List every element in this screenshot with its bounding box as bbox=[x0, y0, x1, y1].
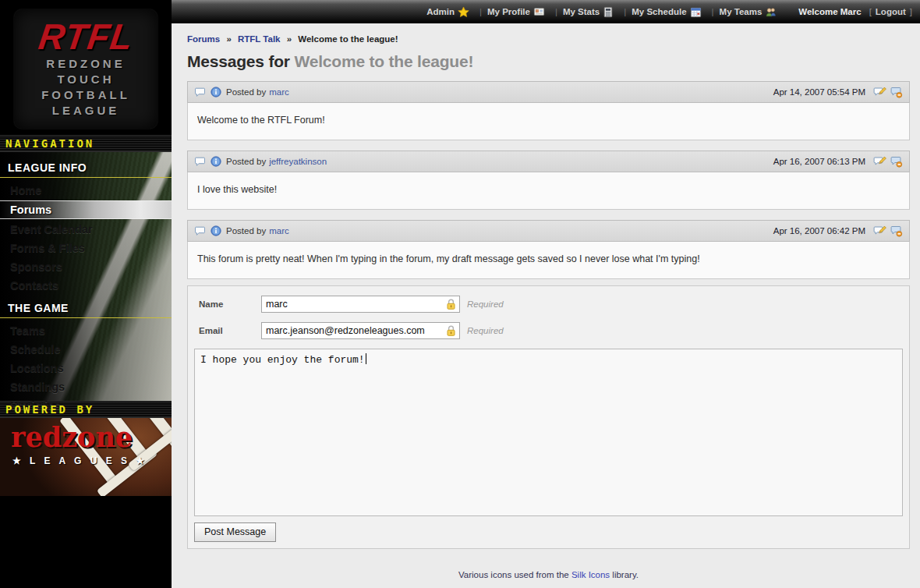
sidebar: RTFL REDZONE TOUCH FOOTBALL LEAGUE NAVIG… bbox=[0, 0, 172, 588]
calculator-icon bbox=[603, 6, 614, 18]
topbar-separator: | bbox=[712, 7, 714, 16]
topbar-separator: | bbox=[555, 7, 557, 16]
topbar-item-label: My Stats bbox=[563, 7, 600, 16]
information-icon bbox=[211, 87, 221, 97]
footer-text: Various icons used from the bbox=[458, 570, 571, 579]
required-label: Required bbox=[467, 299, 504, 309]
delete-message-icon[interactable] bbox=[890, 225, 903, 237]
league-logo-line: FOOTBALL bbox=[14, 87, 157, 103]
league-logo-line: REDZONE bbox=[14, 56, 157, 72]
message-date: Apr 16, 2007 06:42 PM bbox=[773, 226, 865, 236]
league-logo[interactable]: RTFL REDZONE TOUCH FOOTBALL LEAGUE bbox=[14, 9, 157, 129]
welcome-user-label: Welcome Marc bbox=[798, 7, 861, 16]
logout-bracket: ] bbox=[910, 7, 912, 16]
section-header-league-info: LEAGUE INFO bbox=[0, 160, 172, 178]
topbar-item-my-profile[interactable]: My Profile bbox=[487, 6, 550, 17]
email-label: Email bbox=[199, 326, 261, 335]
star-icon bbox=[458, 6, 469, 18]
calendar-icon bbox=[690, 6, 702, 18]
email-input[interactable] bbox=[261, 322, 460, 339]
section-header-the-game: THE GAME bbox=[0, 300, 172, 318]
league-info-list: Home Forums Event Calendar Forms & Files… bbox=[0, 178, 172, 294]
sidebar-item-standings[interactable]: Standings bbox=[0, 378, 172, 395]
message-body: I love this website! bbox=[187, 172, 910, 210]
sidebar-item-locations[interactable]: Locations bbox=[0, 360, 172, 377]
sidebar-item-contacts[interactable]: Contacts bbox=[0, 277, 172, 294]
redzone-logo-title: redzone bbox=[11, 423, 133, 452]
post-message-button[interactable]: Post Message bbox=[194, 522, 276, 542]
topbar-item-my-teams[interactable]: My Teams bbox=[720, 6, 782, 18]
information-icon bbox=[211, 225, 221, 236]
author-link[interactable]: marc bbox=[269, 226, 289, 236]
information-icon bbox=[211, 156, 221, 167]
topbar-item-my-schedule[interactable]: My Schedule bbox=[632, 6, 706, 18]
group-icon bbox=[765, 6, 777, 18]
edit-message-icon[interactable] bbox=[873, 155, 886, 168]
logout-link[interactable]: Logout bbox=[876, 7, 906, 16]
breadcrumb-link-forums[interactable]: Forums bbox=[187, 34, 220, 44]
forum-message: Posted by marc Apr 14, 2007 05:54 PM Wel… bbox=[187, 81, 910, 140]
message-textarea[interactable]: I hope you enjoy the forum! bbox=[194, 349, 903, 516]
delete-message-icon[interactable] bbox=[890, 86, 903, 98]
logout-bracket: [ bbox=[869, 7, 872, 16]
sidebar-item-teams[interactable]: Teams bbox=[0, 322, 172, 339]
message-body: Welcome to the RTFL Forum! bbox=[187, 103, 910, 140]
name-input-wrap bbox=[261, 296, 460, 313]
name-label: Name bbox=[199, 299, 261, 309]
message-header: Posted by marc Apr 14, 2007 05:54 PM bbox=[187, 81, 910, 103]
name-input[interactable] bbox=[261, 296, 460, 313]
post-message-form: Name Required Email Required I hope you … bbox=[187, 285, 910, 549]
sidebar-item-sponsors[interactable]: Sponsors bbox=[0, 258, 172, 275]
the-game-list: Teams Schedule Locations Standings Stati… bbox=[0, 318, 172, 414]
delete-message-icon[interactable] bbox=[890, 155, 903, 168]
topbar-item-label: Admin bbox=[426, 7, 455, 16]
name-row: Name Required bbox=[199, 296, 903, 313]
topbar-separator: | bbox=[624, 7, 626, 16]
email-input-wrap bbox=[261, 322, 460, 339]
breadcrumb: Forums » RTFL Talk » Welcome to the leag… bbox=[187, 34, 910, 44]
message-header: Posted by jeffreyatkinson Apr 16, 2007 0… bbox=[187, 151, 910, 172]
topbar-item-my-stats[interactable]: My Stats bbox=[563, 6, 618, 18]
sidebar-item-forums[interactable]: Forums bbox=[0, 200, 172, 219]
page-title: Messages for Welcome to the league! bbox=[187, 52, 910, 71]
message-header: Posted by marc Apr 16, 2007 06:42 PM bbox=[187, 220, 910, 242]
sidebar-item-forms-files[interactable]: Forms & Files bbox=[0, 239, 172, 257]
posted-by-label: Posted by bbox=[226, 87, 266, 97]
breadcrumb-current: Welcome to the league! bbox=[298, 34, 398, 44]
message-body: This forum is pretty neat! When I'm typi… bbox=[187, 242, 910, 279]
page-footer: Various icons used from the Silk Icons l… bbox=[187, 565, 910, 588]
league-logo-line: LEAGUE bbox=[14, 103, 157, 119]
message-date: Apr 16, 2007 06:13 PM bbox=[773, 157, 865, 166]
email-row: Email Required bbox=[199, 322, 903, 339]
sidebar-item-schedule[interactable]: Schedule bbox=[0, 341, 172, 358]
edit-message-icon[interactable] bbox=[873, 225, 886, 237]
message-date: Apr 14, 2007 05:54 PM bbox=[773, 87, 865, 97]
silk-icons-link[interactable]: Silk Icons bbox=[571, 570, 610, 579]
comment-icon bbox=[194, 225, 206, 236]
author-link[interactable]: jeffreyatkinson bbox=[269, 157, 327, 166]
league-logo-title: RTFL bbox=[36, 17, 136, 56]
message-textarea-value: I hope you enjoy the forum! bbox=[200, 354, 365, 366]
main-content: Forums » RTFL Talk » Welcome to the leag… bbox=[172, 23, 920, 588]
page-title-prefix: Messages for bbox=[187, 52, 294, 70]
powered-by-banner: POWERED BY bbox=[0, 401, 172, 418]
redzone-leagues-logo[interactable]: redzone ★ L E A G U E S ★ bbox=[0, 418, 172, 496]
text-caret bbox=[366, 353, 366, 364]
sidebar-nav: LEAGUE INFO Home Forums Event Calendar F… bbox=[0, 152, 172, 401]
comment-icon bbox=[194, 156, 206, 167]
forum-message: Posted by marc Apr 16, 2007 06:42 PM Thi… bbox=[187, 220, 910, 279]
sidebar-item-home[interactable]: Home bbox=[0, 182, 172, 199]
edit-message-icon[interactable] bbox=[873, 86, 886, 98]
breadcrumb-link-rtfl-talk[interactable]: RTFL Talk bbox=[238, 34, 281, 44]
topbar-item-label: My Profile bbox=[487, 7, 530, 16]
sidebar-item-event-calendar[interactable]: Event Calendar bbox=[0, 221, 172, 238]
posted-by-label: Posted by bbox=[226, 157, 266, 166]
navigation-banner: NAVIGATION bbox=[0, 135, 172, 152]
topbar-item-label: My Teams bbox=[720, 7, 763, 16]
redzone-logo-subtitle: ★ L E A G U E S ★ bbox=[12, 455, 147, 466]
topbar-item-admin[interactable]: Admin bbox=[426, 6, 474, 18]
author-link[interactable]: marc bbox=[269, 87, 289, 97]
topbar-item-label: My Schedule bbox=[632, 7, 686, 16]
footer-line-icons: Various icons used from the Silk Icons l… bbox=[187, 565, 910, 586]
forum-message: Posted by jeffreyatkinson Apr 16, 2007 0… bbox=[187, 151, 910, 210]
